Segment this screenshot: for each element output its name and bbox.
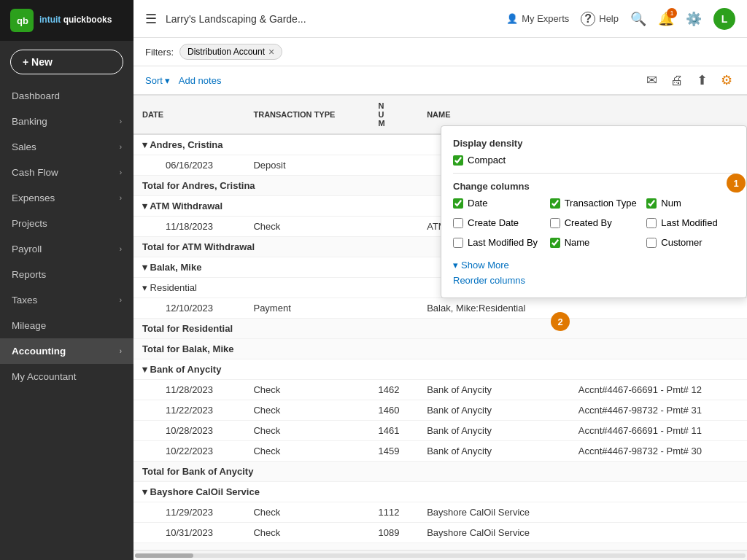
my-experts-button[interactable]: 👤 My Experts xyxy=(506,13,569,24)
col-created-by-checkbox[interactable] xyxy=(550,218,560,228)
cell-trans-type: Check xyxy=(244,421,369,441)
cell-trans-type: Check xyxy=(244,217,369,237)
sidebar-item-expenses[interactable]: Expenses › xyxy=(0,185,133,211)
cell-date: 11/18/2023 xyxy=(133,217,244,237)
cell-date: 10/31/2023 xyxy=(133,523,244,543)
sort-arrow-icon: ▾ xyxy=(165,75,170,86)
col-last-modified-checkbox[interactable] xyxy=(646,218,657,228)
add-notes-button[interactable]: Add notes xyxy=(179,75,222,86)
col-option-last-modified[interactable]: Last Modified xyxy=(646,217,735,228)
scrollbar-thumb[interactable] xyxy=(135,553,193,558)
cell-memo: Accnt#4467-66691 - Pmt# 11 xyxy=(570,421,747,441)
email-icon-button[interactable]: ✉ xyxy=(643,71,660,90)
col-transaction-type-checkbox[interactable] xyxy=(550,198,560,209)
horizontal-scrollbar[interactable] xyxy=(133,550,747,560)
sidebar-item-projects[interactable]: Projects xyxy=(0,211,133,236)
sort-label: Sort xyxy=(145,75,163,86)
sidebar-item-cashflow[interactable]: Cash Flow › xyxy=(0,160,133,185)
show-more-link[interactable]: ▾ Show More xyxy=(453,260,735,271)
cell-name: Bank of Anycity xyxy=(418,421,570,441)
export-icon-button[interactable]: ⬆ xyxy=(694,71,711,90)
cell-num: 1461 xyxy=(370,421,419,441)
cell-num: 1089 xyxy=(370,523,419,543)
compact-option[interactable]: Compact xyxy=(453,155,735,166)
total-label: Total for Balak, Mike xyxy=(133,339,747,359)
cell-num: 1459 xyxy=(370,441,419,462)
help-button[interactable]: ? Help xyxy=(581,12,619,26)
user-avatar[interactable]: L xyxy=(713,8,735,30)
filter-bar: Filters: Distribution Account × xyxy=(133,38,747,66)
content-area[interactable]: DATE TRANSACTION TYPE NUM NAME ▾ Andres,… xyxy=(133,95,747,550)
chevron-right-icon: › xyxy=(120,245,122,253)
sidebar-item-payroll[interactable]: Payroll › xyxy=(0,236,133,262)
sidebar-item-myaccountant[interactable]: My Accountant xyxy=(0,364,133,389)
toolbar-left: Sort ▾ Add notes xyxy=(145,75,221,86)
print-icon-button[interactable]: 🖨 xyxy=(667,71,686,90)
toolbar-right: ✉ 🖨 ⬆ ⚙ xyxy=(643,71,735,90)
sort-button[interactable]: Sort ▾ xyxy=(145,75,170,86)
sidebar-item-taxes[interactable]: Taxes › xyxy=(0,287,133,313)
my-experts-label: My Experts xyxy=(522,13,569,24)
reorder-columns-link[interactable]: Reorder columns xyxy=(453,275,735,286)
sidebar-item-label: Cash Flow xyxy=(12,167,58,178)
sidebar-item-accounting[interactable]: Accounting › xyxy=(0,338,133,364)
sidebar-item-sales[interactable]: Sales › xyxy=(0,134,133,160)
search-icon[interactable]: 🔍 xyxy=(630,11,646,27)
settings-gear-icon[interactable]: ⚙️ xyxy=(686,11,702,27)
col-date-checkbox[interactable] xyxy=(453,198,463,209)
chevron-right-icon: › xyxy=(120,117,122,125)
col-create-date-checkbox[interactable] xyxy=(453,218,463,228)
col-option-last-modified-by[interactable]: Last Modified By xyxy=(453,237,541,248)
cell-date: 06/16/2023 xyxy=(133,155,244,176)
toolbar: Sort ▾ Add notes ✉ 🖨 ⬆ ⚙ xyxy=(133,66,747,95)
cell-trans-type: Check xyxy=(244,400,369,421)
cell-memo xyxy=(570,502,747,523)
column-settings-dropdown: Display density Compact Change columns D… xyxy=(441,125,747,298)
cell-name: Bank of Anycity xyxy=(418,380,570,400)
logo-text: intuit quickbooks xyxy=(39,15,112,26)
compact-label: Compact xyxy=(468,155,506,166)
hamburger-menu-icon[interactable]: ☰ xyxy=(145,11,157,27)
col-option-date[interactable]: Date xyxy=(453,198,541,209)
col-option-created-by[interactable]: Created By xyxy=(550,217,638,228)
cell-date: 10/28/2023 xyxy=(133,421,244,441)
table-row: 10/31/2023 Check 1089 Bayshore CalOil Se… xyxy=(133,523,747,543)
topbar-actions: 👤 My Experts ? Help 🔍 🔔 1 ⚙️ L xyxy=(506,8,735,30)
col-num-checkbox[interactable] xyxy=(646,198,657,209)
settings-columns-icon-button[interactable]: ⚙ xyxy=(718,71,735,90)
col-option-name[interactable]: Name xyxy=(550,237,638,248)
col-option-num[interactable]: Num xyxy=(646,198,735,209)
sidebar-item-reports[interactable]: Reports xyxy=(0,262,133,287)
filters-label: Filters: xyxy=(145,47,174,58)
main-content: ☰ Larry's Landscaping & Garde... 👤 My Ex… xyxy=(133,0,747,560)
chevron-right-icon: › xyxy=(120,143,122,151)
chevron-right-icon: › xyxy=(120,168,122,176)
columns-grid: Date Transaction Type Num Create Date Cr… xyxy=(453,198,735,252)
col-customer-checkbox[interactable] xyxy=(646,238,657,248)
total-row: Total for Bayshore CalOil Service xyxy=(133,543,747,551)
cell-name: Bayshore CalOil Service xyxy=(418,502,570,523)
topbar: ☰ Larry's Landscaping & Garde... 👤 My Ex… xyxy=(133,0,747,38)
chevron-right-icon: › xyxy=(120,347,122,355)
col-option-create-date[interactable]: Create Date xyxy=(453,217,541,228)
new-button[interactable]: + New xyxy=(10,50,123,74)
sidebar-item-label: Payroll xyxy=(12,244,42,254)
col-last-modified-by-checkbox[interactable] xyxy=(453,238,463,248)
col-name-checkbox[interactable] xyxy=(550,238,560,248)
col-option-transaction-type[interactable]: Transaction Type xyxy=(550,198,638,209)
cell-trans-type: Deposit xyxy=(244,155,369,176)
cell-memo: Accnt#4467-98732 - Pmt# 31 xyxy=(570,400,747,421)
divider xyxy=(453,173,735,174)
sidebar-item-label: Expenses xyxy=(12,192,55,203)
sidebar-item-banking[interactable]: Banking › xyxy=(0,109,133,134)
col-option-customer[interactable]: Customer xyxy=(646,237,735,248)
sidebar-item-dashboard[interactable]: Dashboard xyxy=(0,83,133,109)
quickbooks-logo-icon: qb xyxy=(10,9,34,32)
cell-memo: Accnt#4467-98732 - Pmt# 30 xyxy=(570,441,747,462)
notifications-icon[interactable]: 🔔 1 xyxy=(658,11,674,27)
logo-area: qb intuit quickbooks xyxy=(0,0,133,41)
table-row: 11/28/2023 Check 1462 Bank of Anycity Ac… xyxy=(133,380,747,400)
sidebar-item-mileage[interactable]: Mileage xyxy=(0,313,133,338)
filter-close-icon[interactable]: × xyxy=(268,46,274,58)
compact-checkbox[interactable] xyxy=(453,155,463,166)
